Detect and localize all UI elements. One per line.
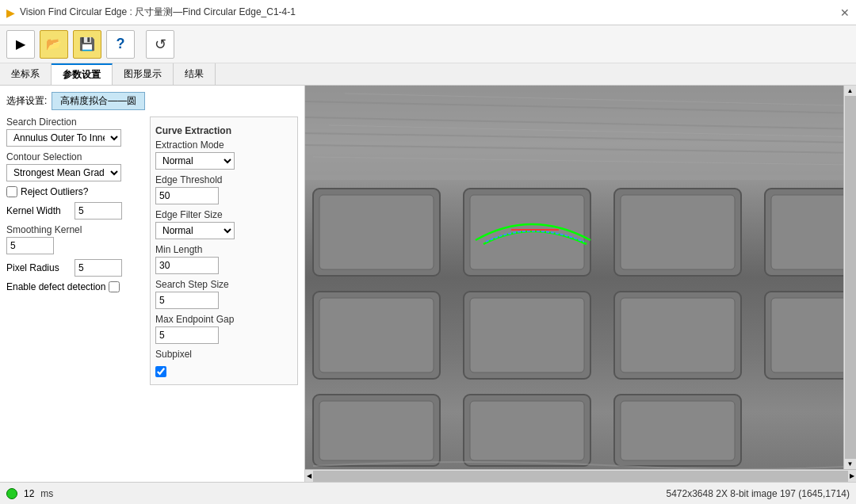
edge-threshold-group: Edge Threshold bbox=[155, 174, 292, 204]
run-button[interactable]: ▶ bbox=[6, 30, 35, 59]
reject-outliers-checkbox[interactable] bbox=[6, 186, 17, 197]
vertical-scrollbar[interactable]: ▲ ▼ bbox=[843, 86, 856, 469]
edge-threshold-label: Edge Threshold bbox=[155, 174, 292, 185]
refresh-icon: ↺ bbox=[155, 36, 166, 53]
tab-params[interactable]: 参数设置 bbox=[52, 63, 113, 85]
kernel-width-group: Kernel Width bbox=[6, 202, 143, 220]
scroll-thumb-vertical[interactable] bbox=[845, 96, 856, 459]
kernel-width-input[interactable] bbox=[75, 202, 122, 220]
scroll-thumb-horizontal[interactable] bbox=[313, 471, 848, 482]
edge-threshold-input[interactable] bbox=[155, 187, 219, 204]
image-panel: ▲ ▼ ◀ ▶ bbox=[305, 86, 856, 482]
pixel-radius-row: Pixel Radius bbox=[6, 259, 143, 277]
time-value: 12 bbox=[24, 488, 34, 499]
select-settings-value: 高精度拟合——圆 bbox=[52, 92, 145, 110]
svg-rect-23 bbox=[621, 298, 735, 372]
reject-outliers-label: Reject Outliers? bbox=[21, 186, 88, 197]
subpixel-checkbox[interactable] bbox=[155, 366, 166, 377]
min-length-input[interactable] bbox=[155, 257, 219, 274]
smoothing-kernel-group: Smoothing Kernel bbox=[6, 224, 143, 254]
curve-extraction-panel: Curve Extraction Extraction Mode Normal … bbox=[150, 116, 298, 385]
close-button[interactable]: ✕ bbox=[840, 6, 850, 19]
reject-outliers-group: Reject Outliers? bbox=[6, 186, 143, 197]
min-length-group: Min Length bbox=[155, 244, 292, 274]
help-button[interactable]: ? bbox=[106, 30, 135, 59]
open-button[interactable]: 📂 bbox=[40, 30, 68, 59]
subpixel-checkbox-row bbox=[155, 366, 292, 380]
search-step-size-label: Search Step Size bbox=[155, 279, 292, 290]
edge-filter-size-select[interactable]: Normal Small Large bbox=[155, 222, 235, 239]
help-icon: ? bbox=[117, 36, 125, 52]
max-endpoint-gap-label: Max Endpoint Gap bbox=[155, 314, 292, 325]
search-direction-select[interactable]: Annulus Outer To Inner Annulus Inner To … bbox=[6, 129, 121, 147]
image-row: ▲ ▼ bbox=[305, 86, 856, 469]
save-icon: 💾 bbox=[79, 36, 95, 52]
svg-rect-31 bbox=[621, 401, 735, 460]
titlebar-title: Vision Find Circular Edge : 尺寸量测—Find Ci… bbox=[20, 6, 296, 19]
select-settings-row: 选择设置: 高精度拟合——圆 bbox=[6, 92, 298, 110]
contour-selection-label: Contour Selection bbox=[6, 151, 143, 162]
left-col: Search Direction Annulus Outer To Inner … bbox=[6, 116, 143, 385]
curve-extraction-title: Curve Extraction bbox=[155, 125, 292, 136]
search-step-size-input[interactable] bbox=[155, 292, 219, 309]
titlebar-left: ▶ Vision Find Circular Edge : 尺寸量测—Find … bbox=[6, 6, 296, 19]
svg-rect-11 bbox=[319, 195, 434, 269]
left-panel: 选择设置: 高精度拟合——圆 Search Direction Annulus … bbox=[0, 86, 305, 482]
main-content: 选择设置: 高精度拟合——圆 Search Direction Annulus … bbox=[0, 86, 856, 482]
app-icon: ▶ bbox=[6, 6, 15, 19]
max-endpoint-gap-input[interactable] bbox=[155, 326, 219, 344]
svg-rect-17 bbox=[771, 195, 843, 269]
scroll-down-button[interactable]: ▼ bbox=[846, 459, 855, 469]
svg-rect-21 bbox=[470, 298, 584, 372]
run-icon: ▶ bbox=[16, 36, 25, 52]
statusbar: 12 ms 5472x3648 2X 8-bit image 197 (1645… bbox=[0, 482, 856, 504]
tab-coords[interactable]: 坐标系 bbox=[0, 63, 52, 85]
max-endpoint-gap-group: Max Endpoint Gap bbox=[155, 314, 292, 344]
image-container[interactable] bbox=[305, 86, 843, 469]
svg-rect-19 bbox=[319, 298, 434, 372]
two-column-layout: Search Direction Annulus Outer To Inner … bbox=[6, 116, 298, 385]
subpixel-label: Subpixel bbox=[155, 349, 192, 360]
smoothing-kernel-input[interactable] bbox=[6, 237, 54, 254]
subpixel-group: Subpixel bbox=[155, 349, 292, 361]
search-direction-group: Search Direction Annulus Outer To Inner … bbox=[6, 116, 143, 147]
extraction-mode-select[interactable]: Normal SubPixel High Accuracy bbox=[155, 152, 235, 170]
svg-rect-9 bbox=[305, 175, 843, 180]
svg-rect-27 bbox=[319, 401, 434, 460]
smoothing-kernel-label: Smoothing Kernel bbox=[6, 224, 143, 235]
search-step-size-group: Search Step Size bbox=[155, 279, 292, 309]
tabs-bar: 坐标系 参数设置 图形显示 结果 bbox=[0, 63, 856, 86]
contour-selection-group: Contour Selection Strongest Mean Gradien… bbox=[6, 151, 143, 181]
select-settings-label: 选择设置: bbox=[6, 94, 47, 108]
svg-rect-25 bbox=[771, 298, 843, 372]
smoothing-kernel-row bbox=[6, 237, 143, 254]
titlebar: ▶ Vision Find Circular Edge : 尺寸量测—Find … bbox=[0, 0, 856, 25]
edge-filter-size-group: Edge Filter Size Normal Small Large bbox=[155, 209, 292, 239]
time-unit: ms bbox=[40, 488, 53, 499]
contour-selection-select[interactable]: Strongest Mean Gradient First Last bbox=[6, 164, 121, 181]
image-scroll-container: ▲ ▼ ◀ ▶ bbox=[305, 86, 856, 482]
image-info: 5472x3648 2X 8-bit image 197 (1645,1714) bbox=[666, 488, 850, 499]
tab-result[interactable]: 结果 bbox=[174, 63, 216, 85]
status-indicator bbox=[6, 488, 17, 499]
image-display bbox=[305, 86, 843, 469]
pixel-radius-input[interactable] bbox=[75, 259, 122, 277]
scroll-left-button[interactable]: ◀ bbox=[305, 471, 313, 481]
save-button[interactable]: 💾 bbox=[73, 30, 101, 59]
scroll-up-button[interactable]: ▲ bbox=[846, 86, 855, 96]
tab-graph[interactable]: 图形显示 bbox=[113, 63, 174, 85]
enable-defect-group: Enable defect detection bbox=[6, 281, 143, 292]
enable-defect-checkbox[interactable] bbox=[109, 281, 120, 292]
kernel-width-row: Kernel Width bbox=[6, 202, 143, 220]
min-length-label: Min Length bbox=[155, 244, 292, 255]
refresh-button[interactable]: ↺ bbox=[146, 30, 174, 59]
open-icon: 📂 bbox=[46, 36, 62, 52]
scroll-right-button[interactable]: ▶ bbox=[848, 471, 856, 481]
enable-defect-label: Enable defect detection bbox=[6, 281, 105, 292]
extraction-mode-label: Extraction Mode bbox=[155, 139, 292, 151]
search-direction-label: Search Direction bbox=[6, 116, 143, 128]
pixel-radius-label: Pixel Radius bbox=[6, 262, 70, 273]
horizontal-scrollbar[interactable]: ◀ ▶ bbox=[305, 469, 856, 482]
extraction-mode-group: Extraction Mode Normal SubPixel High Acc… bbox=[155, 139, 292, 170]
svg-rect-15 bbox=[621, 195, 735, 269]
